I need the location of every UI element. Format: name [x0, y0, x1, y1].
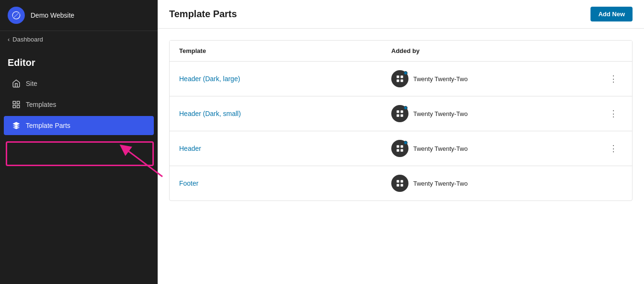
svg-rect-9	[401, 110, 403, 113]
svg-rect-15	[401, 149, 403, 152]
more-options-button[interactable]: ⋮	[605, 107, 623, 120]
more-options-button[interactable]: ⋮	[605, 73, 623, 85]
svg-rect-1	[17, 101, 20, 104]
row-actions: ⋮	[603, 107, 623, 120]
wp-logo[interactable]	[8, 7, 25, 24]
table-row[interactable]: Header (Dark, large) Twenty Twenty-Two ⋮	[170, 62, 632, 96]
add-new-button[interactable]: Add New	[590, 7, 633, 21]
svg-rect-16	[397, 180, 399, 182]
svg-rect-19	[401, 184, 403, 187]
added-by-cell: Twenty Twenty-Two	[391, 175, 603, 192]
template-link-header-dark-small[interactable]: Header (Dark, small)	[179, 110, 241, 117]
page-title: Template Parts	[169, 9, 237, 20]
sidebar: Demo Website ‹ Dashboard Editor Site Tem…	[0, 0, 158, 284]
dashboard-label: Dashboard	[12, 36, 43, 43]
template-link-header-dark-large[interactable]: Header (Dark, large)	[179, 75, 240, 83]
row-actions: ⋮	[603, 142, 623, 155]
added-by-cell: Twenty Twenty-Two	[391, 140, 603, 157]
chevron-left-icon: ‹	[8, 36, 10, 43]
sidebar-item-template-parts[interactable]: Template Parts	[4, 116, 154, 135]
more-options-button[interactable]: ⋮	[605, 142, 623, 155]
svg-rect-8	[397, 110, 399, 113]
svg-rect-13	[401, 145, 403, 147]
svg-rect-6	[397, 80, 399, 82]
svg-rect-10	[397, 115, 399, 117]
svg-rect-4	[397, 75, 399, 78]
table-header-row: Template Added by	[170, 41, 632, 62]
theme-icon	[391, 175, 408, 192]
sidebar-header: Demo Website	[0, 0, 158, 31]
row-actions: ⋮	[603, 73, 623, 85]
column-header-added-by: Added by	[391, 47, 603, 54]
theme-name: Twenty Twenty-Two	[413, 75, 468, 83]
sidebar-item-site[interactable]: Site	[4, 74, 154, 93]
svg-rect-3	[17, 105, 20, 108]
dashboard-link[interactable]: ‹ Dashboard	[0, 31, 158, 48]
site-name: Demo Website	[31, 11, 75, 19]
theme-name: Twenty Twenty-Two	[413, 110, 468, 117]
sidebar-item-site-label: Site	[26, 80, 37, 87]
table-row[interactable]: Footer Twenty Twenty-Two	[170, 166, 632, 200]
added-by-cell: Twenty Twenty-Two	[391, 70, 603, 87]
template-name-cell: Footer	[179, 179, 391, 188]
svg-rect-5	[401, 75, 403, 78]
sidebar-item-template-parts-label: Template Parts	[26, 122, 70, 129]
theme-icon	[391, 105, 408, 122]
template-name-cell: Header	[179, 144, 391, 153]
templates-icon	[11, 100, 21, 109]
main-body: Template Added by Header (Dark, large) T…	[158, 29, 644, 284]
svg-rect-2	[13, 105, 15, 108]
theme-name: Twenty Twenty-Two	[413, 145, 468, 152]
theme-dot	[404, 106, 408, 110]
template-parts-icon	[11, 121, 21, 130]
home-icon	[11, 79, 21, 88]
svg-rect-12	[397, 145, 399, 147]
template-link-header[interactable]: Header	[179, 145, 201, 152]
svg-rect-17	[401, 180, 403, 182]
template-name-cell: Header (Dark, large)	[179, 74, 391, 83]
template-name-cell: Header (Dark, small)	[179, 109, 391, 118]
added-by-cell: Twenty Twenty-Two	[391, 105, 603, 122]
table-row[interactable]: Header Twenty Twenty-Two ⋮	[170, 131, 632, 166]
editor-label: Editor	[0, 48, 158, 73]
sidebar-item-templates-label: Templates	[26, 101, 56, 108]
svg-rect-18	[397, 184, 399, 187]
svg-rect-14	[397, 149, 399, 152]
theme-dot	[404, 141, 408, 145]
sidebar-item-templates[interactable]: Templates	[4, 95, 154, 114]
main-header: Template Parts Add New	[158, 0, 644, 29]
template-parts-table: Template Added by Header (Dark, large) T…	[169, 40, 633, 201]
theme-icon	[391, 140, 408, 157]
table-row[interactable]: Header (Dark, small) Twenty Twenty-Two ⋮	[170, 96, 632, 131]
theme-icon	[391, 70, 408, 87]
theme-name: Twenty Twenty-Two	[413, 180, 468, 187]
svg-rect-11	[401, 115, 403, 117]
svg-rect-7	[401, 80, 403, 82]
svg-rect-0	[13, 101, 15, 104]
column-header-template: Template	[179, 47, 391, 54]
template-link-footer[interactable]: Footer	[179, 179, 198, 187]
theme-dot	[404, 71, 408, 75]
main-content-area: Template Parts Add New Template Added by…	[158, 0, 644, 284]
